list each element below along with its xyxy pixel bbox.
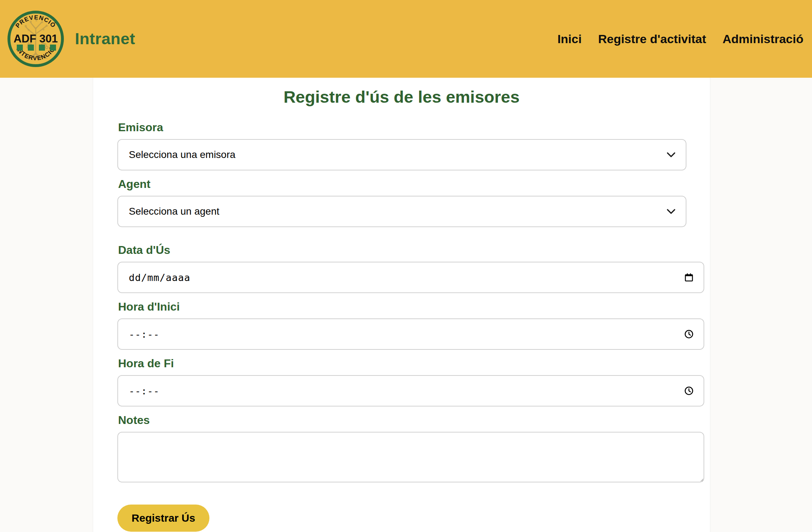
time-placeholder: --:-- <box>129 329 159 340</box>
nav-inici[interactable]: Inici <box>557 32 582 46</box>
logo-center-text: ADF 301 <box>14 32 58 45</box>
chevron-down-icon <box>666 206 676 217</box>
data-us-date-input[interactable]: dd/mm/aaaa <box>117 262 704 293</box>
nav-administracio[interactable]: Administració <box>722 32 803 46</box>
chevron-down-icon <box>666 149 676 160</box>
hora-inici-time-input[interactable]: --:-- <box>117 318 704 350</box>
calendar-icon[interactable] <box>684 272 694 283</box>
emisora-label: Emisora <box>118 121 704 134</box>
nav-registre-activitat[interactable]: Registre d'activitat <box>598 32 706 46</box>
emissora-usage-form: Emisora Selecciona una emisora Agent Sel… <box>117 121 704 532</box>
time-placeholder: --:-- <box>129 385 159 397</box>
emisora-select-value: Selecciona una emisora <box>129 149 235 160</box>
notes-textarea[interactable] <box>117 432 704 482</box>
adf-301-logo: PREVENCIÓ INTERVENCIÓ ADF 301 <box>7 10 64 67</box>
hora-fi-time-input[interactable]: --:-- <box>117 375 704 406</box>
app-header: PREVENCIÓ INTERVENCIÓ ADF 301 Intranet I… <box>0 0 812 78</box>
page-title: Registre d'ús de les emisores <box>93 87 710 107</box>
hora-fi-label: Hora de Fi <box>118 357 704 370</box>
site-brand: Intranet <box>75 30 135 48</box>
main-nav: Inici Registre d'activitat Administració <box>557 32 805 46</box>
agent-select-value: Selecciona un agent <box>129 206 219 217</box>
hora-inici-label: Hora d'Inici <box>118 300 704 313</box>
content-container: Registre d'ús de les emisores Emisora Se… <box>93 78 710 532</box>
agent-label: Agent <box>118 178 704 191</box>
adf-301-badge-icon: PREVENCIÓ INTERVENCIÓ ADF 301 <box>7 10 64 67</box>
clock-icon[interactable] <box>684 329 694 339</box>
data-us-label: Data d'Ús <box>118 244 704 257</box>
clock-icon[interactable] <box>684 385 694 396</box>
registrar-us-button[interactable]: Registrar Ús <box>117 505 209 532</box>
date-placeholder: dd/mm/aaaa <box>129 272 191 283</box>
notes-label: Notes <box>118 414 704 427</box>
emisora-select[interactable]: Selecciona una emisora <box>117 139 686 170</box>
agent-select[interactable]: Selecciona un agent <box>117 196 686 227</box>
